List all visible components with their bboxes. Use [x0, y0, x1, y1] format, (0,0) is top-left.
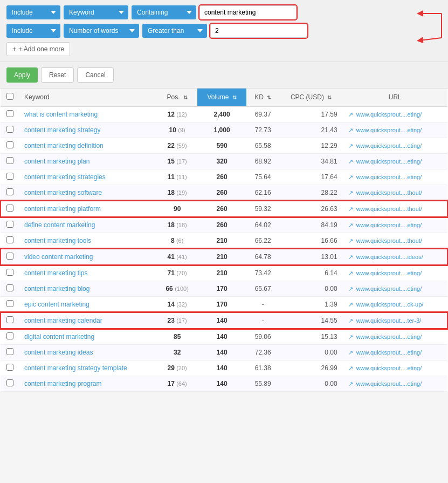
number-input-2[interactable] — [210, 24, 307, 38]
keyword-input-1[interactable] — [199, 5, 297, 19]
keyword-link[interactable]: content marketing tips — [24, 269, 87, 277]
cpc-sort-icon: ⇅ — [327, 94, 332, 100]
external-link-icon: ↗ — [348, 111, 353, 118]
row-checkbox[interactable] — [6, 126, 13, 133]
keyword-link[interactable]: content marketing strategy template — [24, 364, 127, 372]
row-checkbox[interactable] — [6, 348, 13, 355]
row-checkbox[interactable] — [6, 221, 13, 228]
header-kd[interactable]: KD ⇅ — [246, 89, 280, 106]
keyword-link[interactable]: content marketing platform — [24, 205, 101, 213]
header-volume[interactable]: Volume ⇅ — [197, 89, 246, 106]
reset-button[interactable]: Reset — [41, 67, 74, 83]
url-link[interactable]: www.quicksprout....thout/ — [356, 206, 422, 212]
greater-than-select[interactable]: Greater than — [142, 24, 207, 38]
keyword-cell: content marketing plan — [19, 154, 157, 169]
keyword-cell: content marketing platform — [19, 201, 157, 217]
table-row: digital content marketing 85 140 59.06 1… — [1, 329, 447, 345]
kd-cell: 69.37 — [246, 106, 280, 123]
kd-cell: 75.64 — [246, 169, 280, 185]
keyword-link[interactable]: content marketing strategies — [24, 173, 106, 181]
keyword-cell: digital content marketing — [19, 329, 157, 345]
table-row: content marketing strategy 10 (9) 1,000 … — [1, 123, 447, 138]
pos-cell: 11 (11) — [157, 169, 198, 185]
keyword-link[interactable]: content marketing program — [24, 380, 101, 387]
row-checkbox[interactable] — [6, 188, 13, 195]
add-one-more-button[interactable]: + + Add one more — [6, 42, 70, 56]
number-of-words-select[interactable]: Number of words — [64, 24, 139, 38]
keyword-link[interactable]: content marketing software — [24, 189, 102, 196]
row-checkbox[interactable] — [6, 253, 13, 260]
cpc-cell: 15.13 — [280, 329, 343, 345]
row-checkbox[interactable] — [6, 157, 13, 164]
url-link[interactable]: www.quicksprout....ter-3/ — [356, 317, 421, 324]
header-keyword[interactable]: Keyword — [19, 89, 157, 106]
keyword-link[interactable]: content marketing definition — [24, 142, 104, 149]
url-cell: ↗ www.quicksprout....ter-3/ — [343, 312, 447, 329]
url-link[interactable]: www.quicksprout....eting/ — [356, 222, 422, 228]
keyword-link[interactable]: content marketing ideas — [24, 349, 93, 356]
url-cell: ↗ www.quicksprout....eting/ — [343, 138, 447, 154]
url-link[interactable]: www.quicksprout....eting/ — [356, 285, 422, 292]
row-checkbox[interactable] — [6, 364, 13, 371]
url-link[interactable]: www.quicksprout....ck-up/ — [356, 301, 424, 308]
url-link[interactable]: www.quicksprout....ideos/ — [356, 254, 423, 260]
url-link[interactable]: www.quicksprout....eting/ — [356, 349, 422, 356]
apply-button[interactable]: Apply — [6, 67, 38, 83]
row-checkbox[interactable] — [6, 284, 13, 291]
header-pos[interactable]: Pos. ⇅ — [157, 89, 198, 106]
select-all-checkbox[interactable] — [6, 93, 13, 100]
include-select-2[interactable]: Include Exclude — [6, 24, 60, 38]
row-checkbox[interactable] — [6, 205, 13, 212]
url-link[interactable]: www.quicksprout....eting/ — [356, 380, 422, 387]
keyword-link[interactable]: content marketing blog — [24, 285, 89, 292]
row-checkbox[interactable] — [6, 173, 13, 180]
volume-cell: 260 — [197, 201, 246, 217]
row-checkbox[interactable] — [6, 110, 13, 117]
keyword-link[interactable]: content marketing calendar — [24, 317, 102, 324]
external-link-icon: ↗ — [348, 174, 353, 180]
url-cell: ↗ www.quicksprout....eting/ — [343, 329, 447, 345]
pos-cell: 8 (6) — [157, 233, 198, 249]
row-checkbox[interactable] — [6, 300, 13, 307]
table-row: video content marketing 41 (41) 210 64.7… — [1, 249, 447, 265]
keyword-link[interactable]: content marketing tools — [24, 237, 91, 244]
url-link[interactable]: www.quicksprout....eting/ — [356, 111, 422, 118]
keyword-link[interactable]: digital content marketing — [24, 333, 94, 341]
url-cell: ↗ www.quicksprout....thout/ — [343, 233, 447, 249]
row-checkbox[interactable] — [6, 236, 13, 243]
header-url: URL — [343, 89, 447, 106]
kd-cell: - — [246, 297, 280, 313]
row-checkbox[interactable] — [6, 141, 13, 148]
header-cpc[interactable]: CPC (USD) ⇅ — [280, 89, 343, 106]
keyword-link[interactable]: content marketing plan — [24, 158, 89, 165]
include-select-1[interactable]: Include Exclude — [6, 5, 60, 19]
row-checkbox[interactable] — [6, 316, 13, 323]
url-link[interactable]: www.quicksprout....eting/ — [356, 127, 422, 133]
keyword-cell: content marketing software — [19, 185, 157, 201]
keyword-link[interactable]: video content marketing — [24, 253, 93, 261]
keyword-link[interactable]: what is content marketing — [24, 111, 98, 118]
cancel-button[interactable]: Cancel — [77, 67, 113, 83]
url-link[interactable]: www.quicksprout....eting/ — [356, 270, 422, 276]
keyword-link[interactable]: define content marketing — [24, 221, 95, 229]
url-link[interactable]: www.quicksprout....thout/ — [356, 237, 422, 244]
volume-cell: 260 — [197, 169, 246, 185]
header-checkbox-cell — [1, 89, 19, 106]
url-link[interactable]: www.quicksprout....eting/ — [356, 334, 422, 340]
row-checkbox[interactable] — [6, 379, 13, 386]
url-link[interactable]: www.quicksprout....eting/ — [356, 158, 422, 165]
row-checkbox[interactable] — [6, 269, 13, 276]
containing-select-1[interactable]: Containing — [132, 5, 196, 19]
keyword-cell: what is content marketing — [19, 106, 157, 123]
table-row: content marketing program 17 (64) 140 55… — [1, 376, 447, 392]
keyword-link[interactable]: content marketing strategy — [24, 126, 100, 134]
cpc-cell: 26.99 — [280, 360, 343, 376]
keyword-select-1[interactable]: Keyword — [64, 5, 128, 19]
url-link[interactable]: www.quicksprout....eting/ — [356, 142, 422, 149]
cpc-cell: 13.01 — [280, 249, 343, 265]
url-link[interactable]: www.quicksprout....eting/ — [356, 365, 422, 371]
url-link[interactable]: www.quicksprout....eting/ — [356, 174, 422, 180]
url-link[interactable]: www.quicksprout....thout/ — [356, 189, 422, 196]
row-checkbox[interactable] — [6, 332, 13, 339]
keyword-link[interactable]: epic content marketing — [24, 301, 89, 308]
